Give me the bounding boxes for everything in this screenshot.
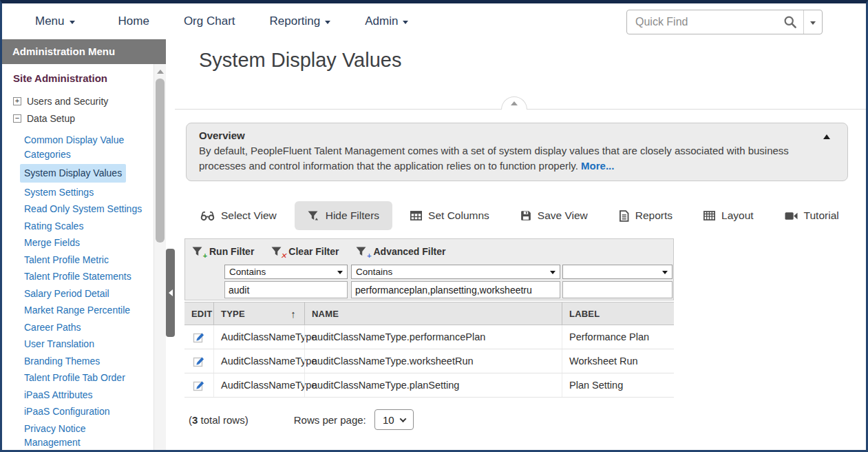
cell-label: Performance Plan bbox=[562, 325, 674, 349]
sidebar-item-label-selected[interactable]: System Display Values bbox=[20, 164, 126, 183]
sidebar-item-label[interactable]: Read Only System Settings bbox=[24, 202, 142, 216]
sidebar-group-data-setup[interactable]: − Data Setup bbox=[13, 110, 154, 127]
scroll-up-icon[interactable] bbox=[157, 70, 164, 74]
sidebar-item-privacy-notice-management[interactable]: Privacy Notice Management bbox=[24, 420, 154, 451]
expand-icon[interactable]: + bbox=[13, 97, 21, 105]
rows-per-page-select[interactable]: 10 bbox=[374, 409, 414, 430]
sidebar-item-merge-fields[interactable]: Merge Fields bbox=[24, 234, 154, 251]
hide-filters-button[interactable]: Hide Filters bbox=[295, 201, 392, 230]
name-filter-input[interactable] bbox=[351, 281, 560, 298]
sidebar-item-label[interactable]: Salary Period Detail bbox=[24, 287, 109, 301]
more-link[interactable]: More... bbox=[581, 160, 614, 172]
sidebar-group-users-and-security[interactable]: + Users and Security bbox=[13, 92, 154, 110]
nav-item-menu[interactable]: Menu bbox=[35, 14, 75, 28]
nav-item-admin[interactable]: Admin bbox=[365, 14, 408, 28]
tutorial-button[interactable]: Tutorial bbox=[772, 201, 852, 230]
collapse-icon[interactable]: − bbox=[13, 114, 21, 123]
sidebar-item-label[interactable]: Talent Profile Metric bbox=[24, 253, 109, 267]
type-operator-select[interactable]: Contains bbox=[224, 265, 348, 279]
filter-panel: + Run Filter ✕ Clear Filter + bbox=[184, 238, 674, 300]
sidebar-item-label[interactable]: Talent Profile Tab Order bbox=[24, 371, 125, 385]
chevron-down-icon bbox=[662, 271, 668, 274]
nav-item-home[interactable]: Home bbox=[118, 14, 149, 28]
sidebar-item-salary-period-detail[interactable]: Salary Period Detail bbox=[24, 285, 154, 302]
toolbar-button-label: Hide Filters bbox=[326, 209, 379, 222]
reports-button[interactable]: Reports bbox=[606, 201, 686, 230]
type-filter-input[interactable] bbox=[224, 281, 348, 298]
column-header-edit[interactable]: EDIT bbox=[184, 302, 213, 325]
sidebar-item-user-translation[interactable]: User Translation bbox=[24, 336, 154, 353]
column-header-label: TYPE bbox=[221, 309, 245, 319]
sidebar-item-label[interactable]: iPaaS Attributes bbox=[24, 388, 93, 402]
clear-filter-button[interactable]: ✕ Clear Filter bbox=[271, 246, 339, 257]
layout-button[interactable]: Layout bbox=[690, 201, 767, 230]
results-table: EDIT TYPE ↑ NAME LABEL AuditClassNameTyp… bbox=[184, 302, 674, 398]
cell-label: Plan Setting bbox=[562, 373, 674, 397]
search-icon[interactable] bbox=[778, 10, 803, 34]
sidebar-collapse-handle[interactable] bbox=[166, 249, 175, 337]
sidebar-item-ipaas-attributes[interactable]: iPaaS Attributes bbox=[24, 387, 154, 404]
set-columns-button[interactable]: Set Columns bbox=[397, 201, 502, 230]
video-icon bbox=[785, 212, 798, 220]
quick-find-box bbox=[626, 10, 823, 34]
sidebar-item-branding-themes[interactable]: Branding Themes bbox=[24, 353, 154, 370]
edit-pencil-icon bbox=[193, 379, 205, 391]
sidebar-item-label[interactable]: Rating Scales bbox=[24, 219, 83, 234]
nav-item-label: Org Chart bbox=[184, 14, 235, 28]
sidebar-item-label[interactable]: Branding Themes bbox=[24, 354, 100, 369]
chevron-down-icon bbox=[810, 21, 816, 25]
sidebar-item-label[interactable]: Career Paths bbox=[24, 320, 81, 335]
total-rows-text: (3 total rows) bbox=[189, 414, 248, 426]
advanced-filter-button[interactable]: + Advanced Filter bbox=[356, 246, 445, 257]
sidebar-item-career-paths[interactable]: Career Paths bbox=[24, 319, 154, 336]
sidebar-item-talent-profile-tab-order[interactable]: Talent Profile Tab Order bbox=[24, 369, 154, 387]
sidebar-scrollbar[interactable] bbox=[154, 64, 166, 450]
sidebar-item-talent-profile-metric[interactable]: Talent Profile Metric bbox=[24, 251, 154, 269]
name-operator-select[interactable]: Contains bbox=[351, 265, 560, 279]
sidebar-item-system-settings[interactable]: System Settings bbox=[24, 184, 154, 201]
edit-button[interactable] bbox=[184, 325, 213, 349]
overview-text: By default, PeopleFluent Talent Manageme… bbox=[199, 145, 789, 172]
sidebar-item-label[interactable]: iPaaS Configuration bbox=[24, 404, 110, 419]
sort-ascending-icon[interactable]: ↑ bbox=[290, 308, 304, 320]
sidebar-item-label[interactable]: Privacy Notice Management bbox=[24, 422, 115, 450]
run-filter-button[interactable]: + Run Filter bbox=[192, 246, 254, 257]
label-filter-input[interactable] bbox=[562, 281, 673, 298]
sidebar-item-label[interactable]: Common Display Value Categories bbox=[24, 133, 141, 161]
nav-item-org-chart[interactable]: Org Chart bbox=[184, 14, 235, 28]
collapse-panel-icon[interactable] bbox=[823, 134, 830, 139]
sidebar-item-market-range-percentile[interactable]: Market Range Percentile bbox=[24, 302, 154, 319]
filter-icon bbox=[308, 211, 319, 221]
sidebar-item-label[interactable]: User Translation bbox=[24, 337, 94, 351]
save-view-button[interactable]: Save View bbox=[507, 201, 601, 230]
sidebar-item-rating-scales[interactable]: Rating Scales bbox=[24, 218, 154, 235]
label-operator-select[interactable] bbox=[562, 265, 673, 279]
nav-item-reporting[interactable]: Reporting bbox=[270, 14, 331, 28]
sidebar-item-common-display-value-categories[interactable]: Common Display Value Categories bbox=[24, 132, 154, 163]
sidebar-item-system-display-values[interactable]: System Display Values bbox=[24, 163, 154, 184]
filter-plus-blue-icon: + bbox=[356, 247, 368, 257]
cell-type: AuditClassNameType bbox=[213, 325, 304, 349]
sidebar-item-label[interactable]: Merge Fields bbox=[24, 236, 80, 250]
sidebar-item-read-only-system-settings[interactable]: Read Only System Settings bbox=[24, 201, 154, 218]
sidebar-item-label[interactable]: Talent Profile Statements bbox=[24, 269, 131, 284]
quick-find-dropdown-button[interactable] bbox=[804, 10, 822, 34]
edit-button[interactable] bbox=[184, 349, 213, 373]
sidebar-item-talent-profile-statements[interactable]: Talent Profile Statements bbox=[24, 268, 154, 285]
edit-button[interactable] bbox=[184, 373, 213, 397]
sidebar-item-label[interactable]: Market Range Percentile bbox=[24, 303, 130, 318]
nav-item-label: Menu bbox=[35, 14, 65, 28]
column-header-type[interactable]: TYPE ↑ bbox=[213, 302, 304, 325]
quick-find-input[interactable] bbox=[627, 10, 778, 34]
page-title: System Display Values bbox=[199, 49, 401, 72]
column-header-label[interactable]: LABEL bbox=[562, 302, 674, 325]
rows-per-page-value: 10 bbox=[383, 414, 394, 426]
collapse-header-tab[interactable] bbox=[501, 96, 527, 110]
column-header-name[interactable]: NAME bbox=[304, 302, 562, 325]
scrollbar-thumb[interactable] bbox=[156, 79, 165, 243]
select-view-button[interactable]: Select View bbox=[187, 201, 290, 230]
overview-title: Overview bbox=[199, 130, 820, 141]
sidebar-item-ipaas-configuration[interactable]: iPaaS Configuration bbox=[24, 403, 154, 420]
cell-type: AuditClassNameType bbox=[213, 349, 304, 373]
sidebar-item-label[interactable]: System Settings bbox=[24, 185, 94, 200]
